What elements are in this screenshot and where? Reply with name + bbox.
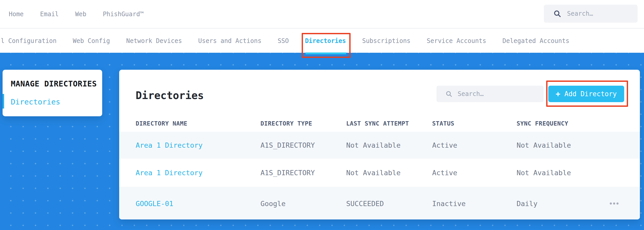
sync-frequency-cell: Not Available <box>517 141 608 149</box>
sidebar-item-directories[interactable]: Directories <box>11 98 60 106</box>
top-nav-home[interactable]: Home <box>9 11 24 18</box>
column-header-directory-type: DIRECTORY TYPE <box>260 120 346 127</box>
column-header-status: STATUS <box>432 120 517 127</box>
table-row[interactable]: Area 1 Directory A1S_DIRECTORY Not Avail… <box>119 132 640 159</box>
column-header-directory-name: DIRECTORY NAME <box>136 120 260 127</box>
page-title: Directories <box>136 90 204 101</box>
plus-icon: + <box>556 90 560 98</box>
ellipsis-icon <box>610 202 612 205</box>
directories-search-input[interactable] <box>457 90 530 98</box>
directory-name-link[interactable]: Area 1 Directory <box>136 169 260 177</box>
tab-subscriptions[interactable]: Subscriptions <box>362 37 411 45</box>
tab-sso[interactable]: SSO <box>278 37 289 45</box>
settings-tab-bar: l Configuration Web Config Network Devic… <box>0 29 644 53</box>
column-header-sync-frequency: SYNC FREQUENCY <box>517 120 608 127</box>
tab-delegated-accounts[interactable]: Delegated Accounts <box>502 37 569 45</box>
last-sync-cell: Not Available <box>346 169 432 177</box>
row-menu-button[interactable] <box>608 201 620 206</box>
directories-panel: Directories + Add Directory DIRECTORY NA… <box>119 70 640 219</box>
sidebar-title: MANAGE DIRECTORIES <box>11 79 97 88</box>
top-nav-email[interactable]: Email <box>40 11 59 18</box>
top-bar: Home Email Web PhishGuard™ <box>0 0 644 29</box>
tab-network-devices[interactable]: Network Devices <box>126 37 182 45</box>
manage-directories-card: MANAGE DIRECTORIES Directories <box>3 70 102 116</box>
status-cell: Active <box>432 169 517 177</box>
sync-frequency-cell: Daily <box>517 200 608 208</box>
table-row[interactable]: Area 1 Directory A1S_DIRECTORY Not Avail… <box>119 159 640 187</box>
directories-search-box[interactable] <box>437 86 544 102</box>
status-cell: Inactive <box>432 200 517 208</box>
add-directory-label: Add Directory <box>564 90 617 98</box>
tab-users-and-actions[interactable]: Users and Actions <box>198 37 262 45</box>
global-search-input[interactable] <box>567 10 629 17</box>
directory-type-cell: Google <box>260 200 346 208</box>
search-icon <box>445 90 452 98</box>
add-directory-button[interactable]: + Add Directory <box>548 86 624 102</box>
last-sync-cell: Not Available <box>346 141 432 149</box>
table-header-row: DIRECTORY NAME DIRECTORY TYPE LAST SYNC … <box>119 120 640 127</box>
top-nav-web[interactable]: Web <box>75 11 86 18</box>
status-cell: Active <box>432 141 517 149</box>
tab-email-configuration[interactable]: l Configuration <box>1 37 57 45</box>
active-item-indicator <box>3 94 4 109</box>
top-nav: Home Email Web PhishGuard™ <box>0 11 144 18</box>
tab-web-config[interactable]: Web Config <box>73 37 110 45</box>
tab-service-accounts[interactable]: Service Accounts <box>427 37 486 45</box>
phishguard-app: Home Email Web PhishGuard™ l Configurati… <box>0 0 644 230</box>
directory-type-cell: A1S_DIRECTORY <box>260 169 346 177</box>
sync-frequency-cell: Not Available <box>517 169 608 177</box>
search-icon <box>553 10 561 18</box>
directory-name-link[interactable]: Area 1 Directory <box>136 141 260 149</box>
global-search-box[interactable] <box>544 5 638 23</box>
directory-name-link[interactable]: GOOGLE-01 <box>136 200 260 208</box>
workspace-background: MANAGE DIRECTORIES Directories Directori… <box>0 53 644 230</box>
table-row[interactable]: GOOGLE-01 Google SUCCEEDED Inactive Dail… <box>119 187 640 219</box>
column-header-last-sync-attempt: LAST SYNC ATTEMPT <box>346 120 432 127</box>
directory-type-cell: A1S_DIRECTORY <box>260 141 346 149</box>
table-body: Area 1 Directory A1S_DIRECTORY Not Avail… <box>119 132 640 219</box>
top-nav-phishguard[interactable]: PhishGuard™ <box>103 11 144 18</box>
annotation-box-directories-tab <box>302 33 351 58</box>
last-sync-cell: SUCCEEDED <box>346 200 432 208</box>
